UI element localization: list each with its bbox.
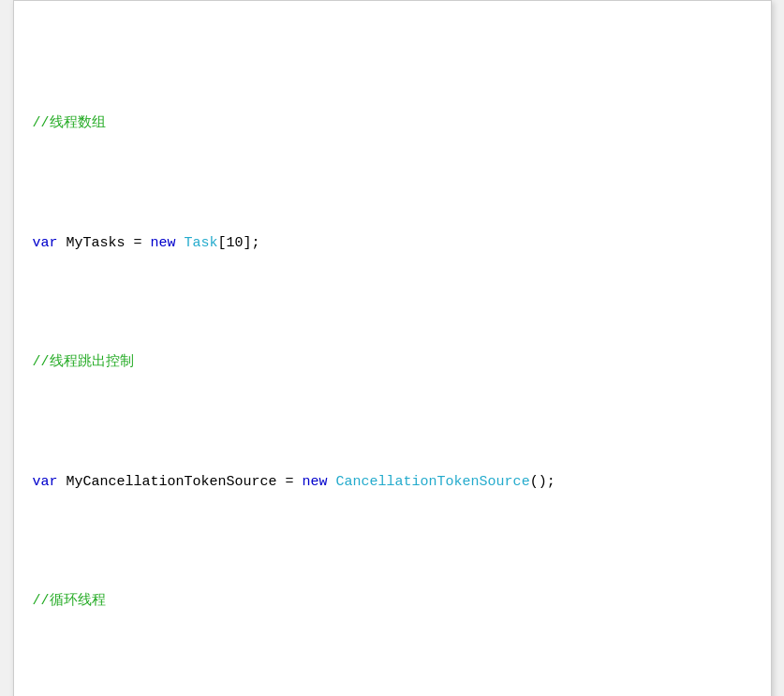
type-cts: CancellationTokenSource: [336, 474, 530, 490]
comment-3: //循环线程: [33, 593, 106, 609]
kw-new-1: new: [151, 235, 176, 251]
code-line-2: var MyTasks = new Task[10];: [33, 231, 752, 256]
comment-2: //线程跳出控制: [33, 354, 134, 370]
code-window: //线程数组 var MyTasks = new Task[10]; //线程跳…: [13, 0, 772, 696]
comment-1: //线程数组: [33, 115, 106, 131]
code-line-3: //线程跳出控制: [33, 350, 752, 375]
code-line-5: //循环线程: [33, 589, 752, 614]
code-block: //线程数组 var MyTasks = new Task[10]; //线程跳…: [33, 16, 752, 696]
code-line-4: var MyCancellationTokenSource = new Canc…: [33, 470, 752, 495]
kw-var-2: var: [33, 474, 58, 490]
kw-new-2: new: [303, 474, 328, 490]
type-task-1: Task: [185, 235, 218, 251]
code-line-1: //线程数组: [33, 111, 752, 136]
kw-var-1: var: [33, 235, 58, 251]
